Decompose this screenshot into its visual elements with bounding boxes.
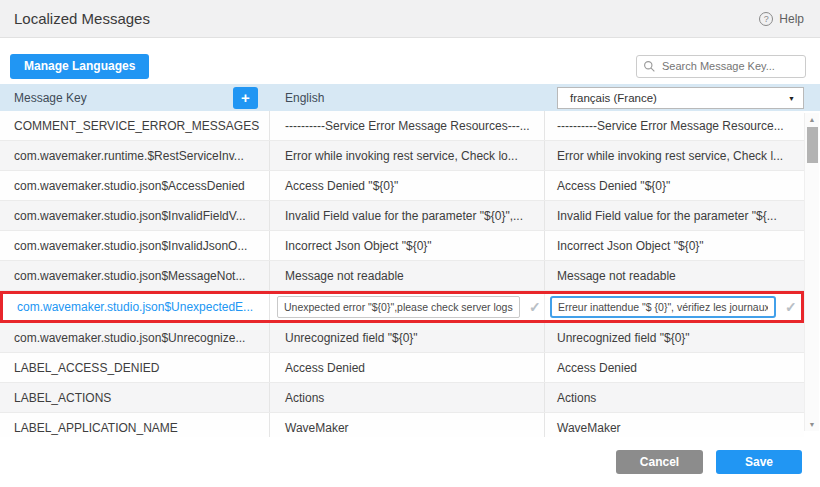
row-french: ----------Service Error Message Resource… [545,111,804,140]
row-key: com.wavemaker.studio.json$InvalidFieldV.… [0,201,270,230]
table-row[interactable]: com.wavemaker.studio.json$InvalidJsonO..… [0,231,804,261]
english-header-cell: English [270,91,545,105]
editing-row-key: com.wavemaker.studio.json$UnexpectedE... [3,294,270,320]
save-button[interactable]: Save [716,450,802,474]
search-box [636,55,806,78]
row-french: Error while invoking rest service, Check… [545,141,804,170]
table-row[interactable]: com.wavemaker.studio.json$InvalidFieldV.… [0,201,804,231]
manage-languages-button[interactable]: Manage Languages [10,54,149,79]
row-key: com.wavemaker.runtime.$RestServiceInv... [0,141,270,170]
row-french: WaveMaker [545,413,804,437]
messages-table: Message Key + English français (France) … [0,84,820,437]
title-bar: Localized Messages ? Help [0,0,820,38]
language-select[interactable]: français (France) ▼ [557,87,804,109]
table-body: COMMENT_SERVICE_ERROR_MESSAGES ---------… [0,111,804,437]
confirm-check-icon[interactable]: ✓ [785,299,797,315]
row-english: ----------Service Error Message Resource… [270,111,545,140]
table-scrollbar[interactable]: ▲ ▼ [804,113,819,431]
localized-messages-dialog: Localized Messages ? Help Manage Languag… [0,0,820,487]
row-french: Access Denied [545,353,804,382]
toolbar: Manage Languages [0,38,820,84]
row-french: Invalid Field value for the parameter "$… [545,201,804,230]
row-english: Message not readable [270,261,545,290]
language-header-cell: français (France) ▼ [545,84,804,111]
row-key: com.wavemaker.studio.json$AccessDenied [0,171,270,200]
scroll-up-icon[interactable]: ▲ [805,116,819,123]
table-row[interactable]: LABEL_ACCESS_DENIED Access Denied Access… [0,353,804,383]
english-edit-input[interactable] [277,296,520,318]
row-french: Message not readable [545,261,804,290]
table-row[interactable]: com.wavemaker.runtime.$RestServiceInv...… [0,141,804,171]
french-edit-input[interactable] [550,296,776,318]
language-select-value: français (France) [570,92,657,104]
scroll-down-icon[interactable]: ▼ [805,421,819,428]
row-english: Error while invoking rest service, Check… [270,141,545,170]
row-key: LABEL_ACCESS_DENIED [0,353,270,382]
row-key: LABEL_APPLICATION_NAME [0,413,270,437]
editing-row-english-cell: ✓ [270,294,545,320]
table-row[interactable]: com.wavemaker.studio.json$MessageNot... … [0,261,804,291]
editing-row[interactable]: com.wavemaker.studio.json$UnexpectedE...… [0,291,804,323]
chevron-down-icon: ▼ [788,95,795,102]
scrollbar-thumb[interactable] [807,127,818,163]
search-input[interactable] [636,55,806,78]
footer-actions: Cancel Save [0,437,820,487]
row-french: Unrecognized field "${0}" [545,323,804,352]
row-key: com.wavemaker.studio.json$MessageNot... [0,261,270,290]
row-english: Invalid Field value for the parameter "$… [270,201,545,230]
row-key: LABEL_ACTIONS [0,383,270,412]
row-french: Actions [545,383,804,412]
row-key: com.wavemaker.studio.json$Unrecognize... [0,323,270,352]
row-key: COMMENT_SERVICE_ERROR_MESSAGES [0,111,270,140]
page-title: Localized Messages [14,10,150,27]
row-english: Access Denied "${0}" [270,171,545,200]
row-key: com.wavemaker.studio.json$InvalidJsonO..… [0,231,270,260]
row-english: Access Denied [270,353,545,382]
table-row[interactable]: com.wavemaker.studio.json$Unrecognize...… [0,323,804,353]
message-key-header-label: Message Key [14,91,87,105]
row-french: Access Denied "${0}" [545,171,804,200]
row-english: WaveMaker [270,413,545,437]
help-button[interactable]: ? Help [759,12,804,26]
row-english: Actions [270,383,545,412]
row-french: Incorrect Json Object "${0}" [545,231,804,260]
editing-row-french-cell: ✓ [545,294,801,320]
message-key-header-cell: Message Key + [0,84,270,111]
confirm-check-icon[interactable]: ✓ [529,299,541,315]
row-english: Unrecognized field "${0}" [270,323,545,352]
table-row[interactable]: COMMENT_SERVICE_ERROR_MESSAGES ---------… [0,111,804,141]
table-row[interactable]: LABEL_ACTIONS Actions Actions [0,383,804,413]
add-message-key-button[interactable]: + [233,87,258,109]
table-row[interactable]: com.wavemaker.studio.json$AccessDenied A… [0,171,804,201]
help-label: Help [779,12,804,26]
row-english: Incorrect Json Object "${0}" [270,231,545,260]
search-icon [643,60,656,73]
table-row[interactable]: LABEL_APPLICATION_NAME WaveMaker WaveMak… [0,413,804,437]
cancel-button[interactable]: Cancel [616,450,703,474]
table-header: Message Key + English français (France) … [0,84,820,111]
help-icon: ? [759,12,773,26]
